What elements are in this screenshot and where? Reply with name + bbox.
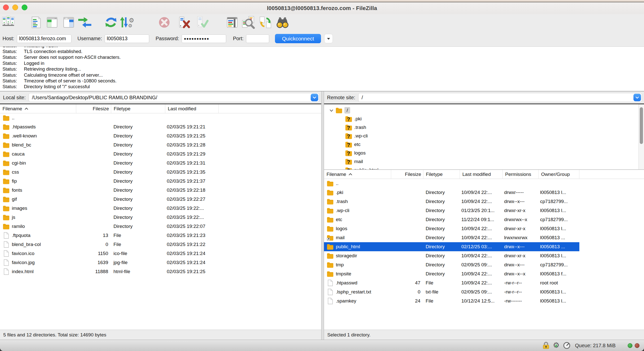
tree-item[interactable]: ?.pki (324, 115, 644, 123)
column-header-filetype[interactable]: Filetype (111, 104, 165, 113)
cell-owner: l0050813 l... (539, 289, 579, 295)
table-row[interactable]: blend_bra-col0File02/03/25 19:21:22 (0, 240, 321, 249)
tree-item[interactable]: ?.wp-cli (324, 132, 644, 140)
table-row[interactable]: ramiloDirectory02/03/25 19:22:07 (0, 222, 321, 231)
reconnect-icon[interactable] (195, 15, 209, 30)
file-name-label: fip (12, 178, 17, 184)
table-row[interactable]: imagesDirectory02/03/25 19:22:... (0, 204, 321, 213)
cell-filename: .trash (324, 198, 391, 205)
column-header-lastmodified[interactable]: Last modified (460, 170, 503, 179)
column-header-filename[interactable]: Filename (0, 104, 76, 113)
settings-gear-icon[interactable]: ⚙ A (552, 341, 560, 350)
table-row[interactable]: tmpDirectory02/09/25 09:...drwx--x---cp7… (324, 260, 579, 269)
table-row[interactable]: mailDirectory10/09/24 22:...lrwxrwxrwxl0… (324, 233, 579, 242)
refresh-icon[interactable] (104, 15, 118, 30)
remote-path-input[interactable] (358, 93, 642, 102)
table-row[interactable]: fontsDirectory02/03/25 19:22:18 (0, 186, 321, 195)
tree-item[interactable]: ?etc (324, 140, 644, 149)
cell-filename: css (0, 169, 76, 175)
table-row[interactable]: .htpasswdsDirectory02/03/25 19:21:21 (0, 122, 321, 131)
tree-expander-icon[interactable] (330, 108, 333, 113)
table-row[interactable]: fipDirectory02/03/25 19:21:37 (0, 177, 321, 186)
remote-path-dropdown[interactable] (633, 94, 641, 101)
table-row[interactable]: logosDirectory10/09/24 22:...drwxr-xr-xl… (324, 224, 579, 233)
cell-type: Directory (111, 178, 165, 184)
cancel-operation-icon[interactable] (157, 15, 172, 30)
cell-perms: drwxr-xr-x (503, 208, 539, 213)
local-status-bar: 5 files and 12 directories. Total size: … (0, 330, 321, 340)
column-header-filesize[interactable]: Filesize (76, 104, 111, 113)
table-row[interactable]: jsDirectory02/03/25 19:22:... (0, 213, 321, 222)
table-row[interactable]: .spamkey24File10/12/24 12:5...-rw-------… (324, 296, 579, 306)
port-label: Port: (233, 36, 244, 41)
folder-icon (3, 214, 10, 221)
cell-modified: 02/12/25 03:... (460, 244, 503, 249)
toggle-local-tree-icon[interactable] (45, 15, 59, 30)
local-pane: Local site: Filename Filesize Filetype (0, 91, 321, 340)
quickconnect-button[interactable]: Quickconnect (275, 34, 321, 43)
tree-item[interactable]: ?public_html (324, 166, 644, 170)
cell-modified: 02/03/25 19:21:23 (165, 233, 219, 238)
file-name-label: js (12, 215, 15, 220)
port-input[interactable] (246, 34, 269, 43)
table-row[interactable]: .pkiDirectory10/09/24 22:...drwxr-----l0… (324, 188, 579, 197)
host-label: Host: (3, 36, 14, 41)
table-row[interactable]: etcDirectory11/22/24 09:1...drwxrwx--xcp… (324, 215, 579, 224)
host-input[interactable] (17, 34, 71, 43)
folder-icon (327, 225, 334, 232)
local-path-dropdown[interactable] (311, 94, 318, 101)
column-header-filename[interactable]: Filename (324, 170, 391, 179)
table-row[interactable]: index.html11888html-file02/03/25 19:21:2… (0, 267, 321, 276)
lock-icon[interactable] (543, 341, 549, 349)
table-row[interactable]: .well-knownDirectory02/03/25 19:21:25 (0, 131, 321, 140)
table-row[interactable]: gifDirectory02/03/25 19:22:27 (0, 195, 321, 204)
quickconnect-history-dropdown[interactable] (324, 34, 333, 43)
tree-item[interactable]: ?logos (324, 149, 644, 157)
column-header-lastmodified[interactable]: Last modified (165, 104, 219, 113)
table-row[interactable]: .trashDirectory10/09/24 22:...drwx--x---… (324, 197, 579, 206)
table-row[interactable]: favicon.ico1150ico-file02/03/25 19:21:24 (0, 249, 321, 258)
tree-item[interactable]: ?mail (324, 157, 644, 166)
local-path-input[interactable] (29, 93, 319, 102)
tree-scrollbar[interactable] (638, 104, 644, 169)
toggle-transfer-queue-icon[interactable] (77, 15, 92, 30)
site-manager-icon[interactable] (1, 15, 16, 30)
toggle-log-view-icon[interactable] (29, 15, 43, 30)
column-header-ownergroup[interactable]: Owner/Group (539, 170, 579, 179)
column-header-permissions[interactable]: Permissions (503, 170, 539, 179)
synchronized-browsing-icon[interactable] (258, 15, 273, 30)
tree-item[interactable]: / (324, 106, 644, 115)
column-header-filesize[interactable]: Filesize (391, 170, 423, 179)
toggle-remote-tree-icon[interactable] (61, 15, 76, 30)
table-row[interactable]: caucaDirectory02/03/25 19:21:29 (0, 149, 321, 159)
speed-gauge-icon[interactable] (563, 342, 571, 349)
column-header-filetype[interactable]: Filetype (423, 170, 460, 179)
table-row[interactable]: public_htmlDirectory02/12/25 03:...drwx-… (324, 242, 579, 251)
table-row[interactable]: .. (324, 179, 579, 188)
folder-link-icon (327, 234, 334, 241)
tree-scrollbar-thumb[interactable] (640, 107, 643, 144)
find-files-icon[interactable] (275, 15, 290, 30)
table-row[interactable]: cgi-binDirectory02/03/25 19:21:31 (0, 159, 321, 168)
table-row[interactable]: .ftpquota13File02/03/25 19:21:23 (0, 231, 321, 240)
password-input[interactable] (182, 34, 226, 43)
table-row[interactable]: cssDirectory02/03/25 19:21:35 (0, 168, 321, 177)
directory-comparison-icon[interactable] (242, 15, 256, 30)
pane-splitter[interactable] (321, 91, 324, 340)
cell-filename: favicon.ico (0, 250, 76, 257)
table-row[interactable]: .lsphp_restart.txt0txt-file02/09/25 09:.… (324, 287, 579, 296)
table-row[interactable]: storagedirDirectory10/09/24 22:...drwxr-… (324, 251, 579, 260)
table-row[interactable]: .htpasswd47File10/09/24 22:...-rw-r--r--… (324, 278, 579, 287)
cell-perms: drwxr-xr-x (503, 226, 539, 231)
table-row[interactable]: .. (0, 113, 321, 122)
log-line: Status:Server does not support non-ASCII… (0, 55, 644, 60)
process-queue-icon[interactable]: ⚙ ⚙ (119, 15, 134, 30)
table-row[interactable]: tmpsiteDirectory10/09/24 22:...drwx--x--… (324, 269, 579, 278)
tree-item[interactable]: ?.trash (324, 123, 644, 132)
username-input[interactable] (105, 34, 149, 43)
disconnect-icon[interactable] (176, 15, 191, 30)
table-row[interactable]: favicon.jpg1639jpg-file02/03/25 19:21:24 (0, 258, 321, 267)
filter-icon[interactable] (225, 15, 239, 30)
table-row[interactable]: .wp-cliDirectory01/23/25 20:1...drwxr-xr… (324, 206, 579, 215)
table-row[interactable]: blend_bcDirectory02/03/25 19:21:28 (0, 140, 321, 149)
